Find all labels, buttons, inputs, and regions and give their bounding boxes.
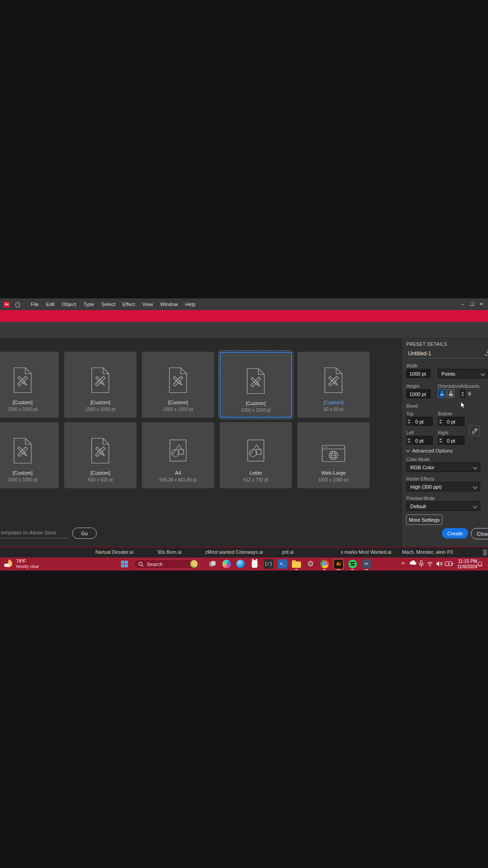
open-file-name[interactable]: prit.ai <box>282 549 294 555</box>
powershell-icon[interactable]: >_ <box>277 559 288 570</box>
more-settings-button[interactable]: More Settings <box>406 514 442 525</box>
preset-tile-size: 612 x 792 pt <box>243 477 268 482</box>
running-indicator <box>337 569 340 570</box>
bleed-right-input[interactable]: 0 pt <box>444 436 465 445</box>
open-file-name[interactable]: Nartual Desater.ai <box>95 549 133 555</box>
wifi-icon <box>427 562 432 566</box>
bleed-right-label: Right <box>438 430 448 435</box>
desktop-screen: Ai FileEditObjectTypeSelectEffectViewWin… <box>0 0 488 868</box>
illustrator-menubar: Ai FileEditObjectTypeSelectEffectViewWin… <box>0 298 488 310</box>
preset-tile[interactable]: Letter612 x 792 pt <box>220 422 292 488</box>
search-highlight-icon[interactable] <box>190 560 198 568</box>
powershell-icon: >_ <box>278 559 287 569</box>
panel-title: PRESET DETAILS <box>406 342 447 347</box>
preset-tile[interactable]: [Custom]1000 x 1000 pt <box>220 352 292 418</box>
orientation-landscape-button[interactable] <box>447 389 455 398</box>
search-icon <box>138 561 144 567</box>
go-button[interactable]: Go <box>72 528 97 539</box>
preset-tile[interactable]: A4595.28 x 841.89 pt <box>142 422 214 488</box>
chevron-down-icon <box>406 448 410 453</box>
menu-item-view[interactable]: View <box>139 298 157 310</box>
landscape-icon <box>449 391 453 396</box>
artboards-stepper[interactable] <box>460 389 465 398</box>
code-app-icon[interactable]: [/] <box>263 559 274 570</box>
promo-banner <box>0 310 488 322</box>
preset-tile-size: 1000 x 1000 pt <box>163 407 193 412</box>
document-name-input[interactable]: Untitled-1 <box>406 349 485 359</box>
width-input[interactable]: 1000 pt <box>406 369 431 378</box>
height-input[interactable]: 1000 pt <box>406 389 431 398</box>
file-explorer-icon[interactable] <box>291 559 302 570</box>
menu-item-select[interactable]: Select <box>98 298 119 310</box>
preset-tile[interactable]: Web-Large1920 x 1080 px <box>297 422 370 488</box>
chevron-up-icon <box>401 562 405 564</box>
preset-tile[interactable]: [Custom]500 x 500 pt <box>64 422 136 488</box>
color-mode-dropdown[interactable]: RGB Color <box>406 462 480 472</box>
weather-widget[interactable]: 74°F Mostly clear <box>4 559 39 569</box>
illustrator-icon[interactable]: Ai <box>333 559 344 570</box>
bleed-bottom-input[interactable]: 0 pt <box>444 417 465 426</box>
preview-mode-dropdown[interactable]: Default <box>406 501 480 511</box>
open-file-name[interactable]: zMost wanted Colorways.ai <box>205 549 263 555</box>
menu-item-object[interactable]: Object <box>58 298 80 310</box>
close-button[interactable]: Close <box>471 528 488 539</box>
stock-search-input[interactable] <box>0 538 69 538</box>
bleed-bottom-stepper[interactable] <box>438 417 443 426</box>
windows-taskbar: 74°F Mostly clear Search [/]>_⚙Ai✂ <box>0 557 488 571</box>
preset-tile[interactable]: [Custom]1000 x 1000 pt <box>64 352 136 418</box>
preset-tile[interactable]: [Custom]50 x 50 pt <box>297 352 370 418</box>
artboards-label: Artboards <box>460 384 479 389</box>
menu-item-edit[interactable]: Edit <box>42 298 58 310</box>
notification-bell-icon[interactable] <box>477 560 483 569</box>
minimize-window-icon[interactable]: – <box>458 298 467 310</box>
system-tray[interactable] <box>399 559 455 571</box>
settings-gear-icon[interactable]: ⚙ <box>305 559 316 570</box>
units-dropdown[interactable]: Points <box>437 369 488 378</box>
chrome-icon[interactable] <box>319 559 330 570</box>
bleed-link-icon[interactable] <box>469 425 480 436</box>
spotify-icon[interactable] <box>347 559 358 570</box>
copilot-icon[interactable] <box>221 559 232 570</box>
video-editor-icon[interactable]: ✂ <box>361 559 372 570</box>
print-shapes-icon <box>168 422 188 464</box>
taskbar-clock[interactable]: 11:15 PM 11/6/2024 <box>455 559 477 569</box>
menu-item-effect[interactable]: Effect <box>119 298 139 310</box>
bleed-top-stepper[interactable] <box>406 417 412 426</box>
settings-gear-icon: ⚙ <box>307 560 314 568</box>
preset-tile[interactable]: [Custom]1000 x 1000 pt <box>0 422 59 488</box>
bleed-top-input[interactable]: 0 pt <box>412 417 433 426</box>
start-button[interactable] <box>121 561 128 567</box>
print-shapes-icon <box>245 422 266 464</box>
llama-icon[interactable] <box>249 559 260 570</box>
bleed-right-stepper[interactable] <box>438 436 443 445</box>
menu-item-help[interactable]: Help <box>182 298 199 310</box>
volume-icon <box>436 561 439 566</box>
task-view-icon[interactable] <box>207 559 218 570</box>
code-app-icon: [/] <box>264 559 273 569</box>
preset-tile[interactable]: [Custom]1000 x 1000 pt <box>0 352 59 418</box>
artboards-value[interactable]: 9 <box>468 391 471 396</box>
open-file-name[interactable]: 90s Born.ai <box>157 549 181 555</box>
restore-window-icon[interactable]: ❏ <box>467 298 477 310</box>
home-icon[interactable] <box>14 302 21 307</box>
raster-effects-dropdown[interactable]: High (300 ppi) <box>406 482 480 491</box>
close-window-icon[interactable]: ✕ <box>477 298 486 310</box>
preset-tile-size: 595.28 x 841.89 pt <box>160 477 197 482</box>
bleed-left-stepper[interactable] <box>406 436 412 445</box>
taskbar-search[interactable]: Search <box>134 559 200 569</box>
orientation-portrait-button[interactable] <box>438 389 446 398</box>
create-button[interactable]: Create <box>442 528 468 538</box>
save-preset-icon[interactable] <box>484 349 488 358</box>
open-file-name[interactable]: Mach, Monster, alein P3 <box>402 549 453 555</box>
open-file-name[interactable]: x marks Most Wanted.ai <box>341 549 391 555</box>
menu-item-type[interactable]: Type <box>80 298 98 310</box>
preset-tile-size: 1000 x 1000 pt <box>8 407 38 412</box>
bleed-left-input[interactable]: 0 pt <box>412 436 433 445</box>
edge-icon[interactable] <box>235 559 246 570</box>
preset-tile[interactable]: [Custom]1000 x 1000 pt <box>142 352 214 418</box>
scrollbar-nub[interactable] <box>483 549 487 556</box>
menu-item-file[interactable]: File <box>27 298 42 310</box>
menu-item-window[interactable]: Window <box>157 298 182 310</box>
preset-tile-label: [Custom] <box>246 401 266 406</box>
advanced-options-toggle[interactable]: Advanced Options <box>406 448 453 453</box>
